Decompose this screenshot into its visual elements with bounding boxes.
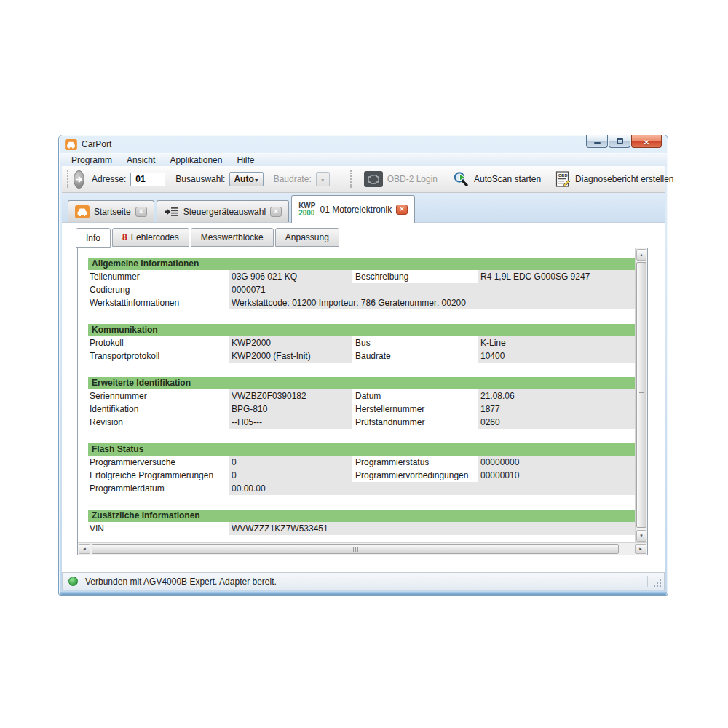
tab-steuergeraeteauswahl[interactable]: Steuergeräteauswahl <box>157 200 289 222</box>
svg-text:OBD: OBD <box>558 173 567 177</box>
busauswahl-select[interactable]: Auto <box>229 172 263 186</box>
magnifier-play-icon <box>452 170 470 188</box>
autoscan-button[interactable]: AutoScan starten <box>452 170 541 188</box>
field-value: 0000071 <box>229 283 635 296</box>
minimize-icon <box>594 142 601 144</box>
list-select-icon <box>164 206 179 218</box>
horizontal-scroll-thumb[interactable] <box>92 544 619 554</box>
info-panel: Allgemeine Informationen Teilenummer 03G… <box>77 248 648 555</box>
toolbar-grip <box>350 170 352 188</box>
connection-status-icon <box>68 577 78 586</box>
info-table: Allgemeine Informationen Teilenummer 03G… <box>78 248 635 542</box>
field-value: 0 <box>229 456 352 469</box>
table-row: Seriennummer VWZBZ0F0390182 Datum 21.08.… <box>88 389 635 403</box>
scroll-right-icon[interactable] <box>635 544 646 554</box>
field-value: 21.08.06 <box>478 389 635 403</box>
go-button[interactable] <box>74 170 84 189</box>
menu-programm[interactable]: Programm <box>64 154 119 166</box>
motorelektronik-page: Info 8 Fehlercodes Messwertblöcke Anpass… <box>62 222 665 573</box>
chevron-down-icon <box>254 174 259 184</box>
table-row: Programmierversuche 0 Programmierstatus … <box>88 456 635 469</box>
field-value: 10400 <box>478 349 635 363</box>
chevron-down-icon <box>320 174 325 184</box>
menu-applikationen[interactable]: Applikationen <box>162 154 229 166</box>
field-value: 1877 <box>478 403 635 416</box>
table-row: Werkstattinformationen Werkstattcode: 01… <box>88 296 635 309</box>
field-label: Bus <box>352 336 478 349</box>
field-label: Revision <box>88 416 229 429</box>
vertical-scrollbar[interactable] <box>635 248 647 542</box>
diagnose-report-button[interactable]: OBD Diagnosebericht erstellen <box>555 171 673 188</box>
close-tab-icon[interactable] <box>396 205 408 215</box>
toolbar-grip <box>67 170 68 188</box>
field-value: WVWZZZ1KZ7W533451 <box>229 522 635 535</box>
section-header: Flash Status <box>88 443 635 456</box>
vertical-scroll-thumb[interactable] <box>636 262 646 528</box>
field-value: 00000000 <box>478 456 635 469</box>
field-label: Programmierdatum <box>88 482 229 495</box>
baudrate-label: Baudrate: <box>274 174 312 184</box>
menu-bar: Programm Ansicht Applikationen Hilfe <box>60 153 667 166</box>
table-row: Teilenummer 03G 906 021 KQ Beschreibung … <box>88 270 635 283</box>
obd2-engine-icon <box>364 171 383 187</box>
statusbar-divider <box>596 576 596 587</box>
document-tab-strip: Startseite Steuergeräteauswahl KWP 2000 … <box>62 193 665 222</box>
table-row: Revision --H05--- Prüfstandnummer 0260 <box>88 416 635 429</box>
tab-info[interactable]: Info <box>76 228 111 248</box>
scroll-up-icon[interactable] <box>636 249 646 261</box>
toolbar: Adresse: Busauswahl: Auto Baudrate: OBD-… <box>62 166 665 193</box>
field-label: Beschreibung <box>352 270 478 283</box>
menu-hilfe[interactable]: Hilfe <box>229 154 261 166</box>
table-row: Identifikation BPG-810 Herstellernummer … <box>88 403 635 416</box>
field-label: Protokoll <box>88 336 229 349</box>
field-label: Programmierstatus <box>352 456 478 469</box>
adresse-input[interactable] <box>130 173 165 186</box>
tab-messwertbloecke[interactable]: Messwertblöcke <box>191 228 274 247</box>
tab-motorelektronik[interactable]: KWP 2000 01 Motorelektronik <box>291 195 415 223</box>
carport-window: CarPort Programm Ansicht Applikationen H… <box>58 135 668 596</box>
maximize-icon <box>617 138 623 144</box>
minimize-button[interactable] <box>586 135 608 148</box>
field-label: Programmierversuche <box>88 456 229 469</box>
kwp2000-badge: KWP 2000 <box>298 202 315 217</box>
field-label: Seriennummer <box>88 389 229 403</box>
table-row: Transportprotokoll KWP2000 (Fast-Init) B… <box>88 349 635 363</box>
field-value: R4 1,9L EDC G000SG 9247 <box>478 270 635 283</box>
section-header: Zusätzliche Informationen <box>88 510 635 522</box>
menu-ansicht[interactable]: Ansicht <box>119 154 162 166</box>
tab-startseite[interactable]: Startseite <box>68 200 154 222</box>
close-button[interactable] <box>631 135 662 148</box>
field-value: --H05--- <box>229 416 352 429</box>
field-label: Prüfstandnummer <box>352 416 478 429</box>
field-label: Transportprotokoll <box>88 349 229 363</box>
window-title: CarPort <box>82 139 111 149</box>
section-header: Kommunikation <box>88 324 635 336</box>
tab-anpassung[interactable]: Anpassung <box>275 228 339 247</box>
field-label: Codierung <box>88 283 229 296</box>
maximize-button[interactable] <box>609 135 630 148</box>
section-header: Erweiterte Identifikation <box>88 377 635 389</box>
scroll-down-icon[interactable] <box>636 530 646 542</box>
table-row: Programmierdatum 00.00.00 <box>88 482 635 495</box>
close-icon <box>644 135 649 148</box>
field-value: 00.00.00 <box>229 482 635 495</box>
status-bar: Verbunden mit AGV4000B Expert. Adapter b… <box>62 572 665 590</box>
field-label: Teilenummer <box>88 270 229 283</box>
tab-fehlercodes[interactable]: 8 Fehlercodes <box>112 228 189 247</box>
field-label: Programmiervorbedingungen <box>352 469 478 482</box>
close-tab-icon[interactable] <box>270 207 282 217</box>
field-label: Identifikation <box>88 403 229 416</box>
table-row: VIN WVWZZZ1KZ7W533451 <box>88 522 635 535</box>
horizontal-scrollbar[interactable] <box>78 542 647 555</box>
close-tab-icon[interactable] <box>135 207 147 217</box>
resize-grip[interactable] <box>660 585 661 587</box>
car-icon <box>75 205 90 218</box>
field-value: KWP2000 <box>229 336 352 349</box>
field-label: VIN <box>88 522 229 535</box>
table-row: Erfolgreiche Programmierungen 0 Programm… <box>88 469 635 482</box>
scroll-left-icon[interactable] <box>79 544 90 554</box>
field-label: Baudrate <box>352 349 478 363</box>
field-value: 0 <box>229 469 352 482</box>
statusbar-divider <box>647 576 648 587</box>
arrow-right-icon <box>74 175 84 184</box>
